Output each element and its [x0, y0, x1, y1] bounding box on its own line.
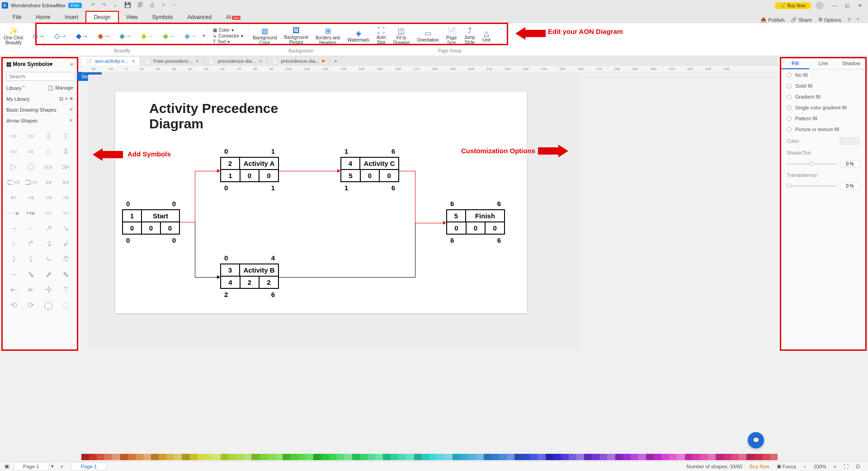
arrow-shape[interactable]: ⇦ [59, 207, 73, 219]
color-swatch[interactable] [840, 137, 860, 145]
arrow-shape[interactable]: ⇒ [41, 191, 56, 204]
color-swatch[interactable] [654, 454, 661, 460]
color-swatch[interactable] [615, 454, 623, 460]
color-swatch[interactable] [244, 454, 251, 460]
arrow-shape[interactable]: ⤿ [41, 253, 56, 265]
collapse-ribbon-icon[interactable]: ^ [857, 17, 859, 23]
new-icon[interactable]: ＋ [113, 2, 118, 9]
connector[interactable] [195, 171, 195, 222]
pattern-fill-radio[interactable]: Pattern fill [781, 113, 865, 124]
arrow-shape[interactable]: ⇤ [6, 283, 21, 296]
color-swatch[interactable] [762, 454, 770, 460]
arrow-shape[interactable]: ⬈ [41, 268, 56, 281]
color-swatch[interactable] [538, 454, 545, 460]
chat-help-button[interactable]: 💬 [748, 432, 764, 448]
arrow-shape[interactable]: → [6, 222, 21, 235]
watermark-button[interactable]: ◈Watermark [344, 23, 373, 48]
color-swatch[interactable] [731, 454, 739, 460]
zoom-level[interactable]: 100% [813, 464, 826, 469]
color-swatch[interactable] [298, 454, 306, 460]
color-swatch[interactable] [484, 454, 491, 460]
color-swatch[interactable] [491, 454, 499, 460]
color-swatch[interactable] [251, 454, 259, 460]
doc-tab[interactable]: 📄 precedence-dia... [267, 57, 330, 66]
arrow-right-shape[interactable]: ⇨ [6, 130, 21, 142]
arrow-shape[interactable]: ▪▪▸ [24, 207, 38, 219]
arrow-shape[interactable]: ◯ [41, 299, 56, 311]
close-tab-icon[interactable]: ✕ [259, 59, 262, 64]
menu-symbols[interactable]: Symbols [145, 12, 180, 23]
zoom-in-button[interactable]: + [834, 464, 836, 469]
menu-home[interactable]: Home [28, 12, 57, 23]
color-swatch[interactable] [275, 454, 283, 460]
color-swatch[interactable] [746, 454, 754, 460]
close-button[interactable]: ✕ [854, 3, 866, 9]
color-swatch[interactable] [306, 454, 313, 460]
color-swatch[interactable] [182, 454, 189, 460]
arrow-shape[interactable]: ⟲ [6, 299, 21, 311]
color-swatch[interactable] [429, 454, 437, 460]
jump-style-button[interactable]: ⤴Jump Style [460, 23, 478, 48]
color-swatch[interactable] [151, 454, 159, 460]
color-swatch[interactable] [476, 454, 484, 460]
borders-headers-button[interactable]: ⊞Borders and Headers [312, 23, 344, 48]
color-swatch[interactable] [755, 454, 762, 460]
library-section[interactable]: Library ⌃ 📋 Manage [3, 83, 77, 94]
transparency-slider[interactable] [787, 185, 837, 187]
color-swatch[interactable] [337, 454, 344, 460]
color-swatch[interactable] [522, 454, 530, 460]
menu-file[interactable]: File [5, 12, 28, 23]
color-swatch[interactable] [406, 454, 414, 460]
basic-shapes-section[interactable]: Basic Drawing Shapes✕ [3, 104, 77, 115]
color-swatch[interactable] [661, 454, 669, 460]
connector[interactable] [415, 223, 443, 223]
color-swatch[interactable] [414, 454, 422, 460]
color-swatch[interactable] [437, 454, 445, 460]
connector[interactable] [415, 171, 415, 223]
theme-3-button[interactable]: ◆→ [72, 31, 92, 41]
save-icon[interactable]: 💾 [124, 2, 131, 9]
menu-advanced[interactable]: Advanced [180, 12, 219, 23]
arrow-shape[interactable]: ⇐ [6, 191, 21, 204]
color-swatch[interactable] [213, 454, 221, 460]
arrow-shape[interactable]: ↑ [6, 237, 21, 250]
color-swatch[interactable] [607, 454, 615, 460]
close-tab-icon[interactable]: ✕ [132, 59, 135, 64]
arrow-shape[interactable]: ↔ [6, 268, 21, 281]
color-swatch[interactable] [669, 454, 677, 460]
color-swatch[interactable] [112, 454, 120, 460]
close-tab-icon[interactable]: ✕ [195, 59, 199, 64]
add-tab-button[interactable]: + [330, 57, 341, 65]
color-swatch[interactable] [592, 454, 599, 460]
color-swatch[interactable] [530, 454, 538, 460]
theme-5-button[interactable]: ◆→ [116, 31, 136, 41]
background-picture-button[interactable]: 🖼Background Picture [281, 23, 312, 48]
connector[interactable] [279, 171, 338, 171]
minimize-button[interactable]: — [828, 3, 841, 8]
color-swatch[interactable] [507, 454, 514, 460]
options-button[interactable]: ⚙ Options [818, 17, 841, 23]
single-gradient-radio[interactable]: Single color gradient fill [781, 102, 865, 113]
more-icon[interactable]: ⋯ [172, 2, 177, 9]
fit-drawing-button[interactable]: ◫Fit to Drawing [389, 23, 413, 48]
color-swatch[interactable] [221, 454, 228, 460]
one-click-beautify-button[interactable]: ✨ One Click Beautify [0, 23, 27, 48]
arrow-shape[interactable]: ⇦ [6, 145, 21, 158]
arrow-shape[interactable]: ⤹ [24, 253, 38, 265]
color-swatch[interactable] [716, 454, 723, 460]
fit-page-icon[interactable]: ⛶ [844, 464, 849, 469]
add-page-button[interactable]: + [60, 464, 63, 469]
color-swatch[interactable] [344, 454, 352, 460]
buy-now-link[interactable]: Buy Now [750, 464, 769, 469]
no-fill-radio[interactable]: No fill [781, 70, 865, 80]
gradient-fill-radio[interactable]: Gradient fill [781, 91, 865, 102]
color-swatch[interactable] [128, 454, 136, 460]
color-swatch[interactable] [143, 454, 151, 460]
arrow-shape[interactable]: ⇨ [41, 207, 56, 219]
arrow-up-shape[interactable]: ⇧ [59, 130, 73, 142]
unit-button[interactable]: △Unit [479, 23, 494, 48]
color-swatch[interactable] [460, 454, 468, 460]
arrow-shape[interactable]: ⌂ [41, 145, 56, 158]
activity-c-node[interactable]: 1 6 4Activity C 500 1 6 [340, 157, 399, 182]
arrow-shape[interactable]: ⇕ [59, 145, 73, 158]
